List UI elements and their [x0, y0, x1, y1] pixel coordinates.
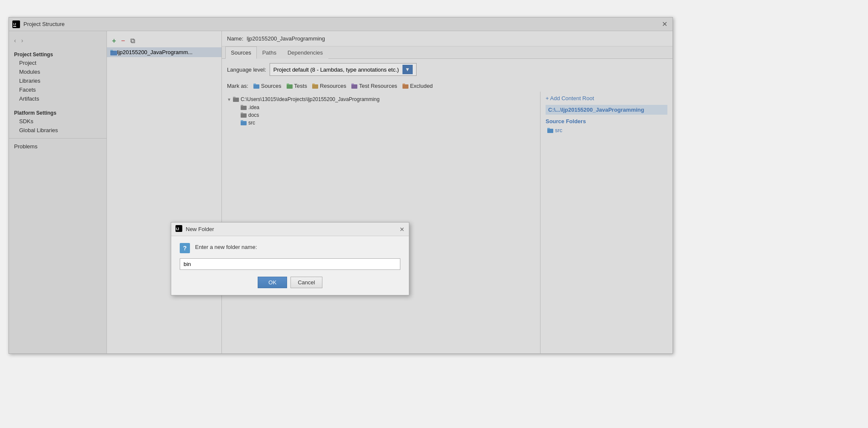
dialog-intellij-icon: IJ [175, 225, 182, 233]
dialog-overlay: IJ New Folder ✕ ? Enter a new folder nam… [9, 17, 673, 353]
dialog-prompt: Enter a new folder name: [195, 243, 257, 250]
dialog-body: ? Enter a new folder name: OK Cancel [171, 236, 409, 295]
dialog-title: New Folder [186, 226, 396, 232]
dialog-cancel-button[interactable]: Cancel [290, 277, 322, 288]
dialog-buttons: OK Cancel [180, 277, 400, 288]
dialog-ok-button[interactable]: OK [258, 277, 287, 288]
question-icon: ? [180, 243, 190, 253]
dialog-question-row: ? Enter a new folder name: [180, 243, 400, 253]
new-folder-dialog: IJ New Folder ✕ ? Enter a new folder nam… [171, 222, 409, 295]
dialog-close-button[interactable]: ✕ [400, 226, 405, 233]
project-structure-window: IJ Project Structure ✕ ‹ › Project Setti… [9, 17, 673, 354]
new-folder-name-input[interactable] [180, 258, 400, 270]
dialog-title-bar: IJ New Folder ✕ [171, 223, 409, 236]
svg-text:IJ: IJ [176, 227, 179, 231]
